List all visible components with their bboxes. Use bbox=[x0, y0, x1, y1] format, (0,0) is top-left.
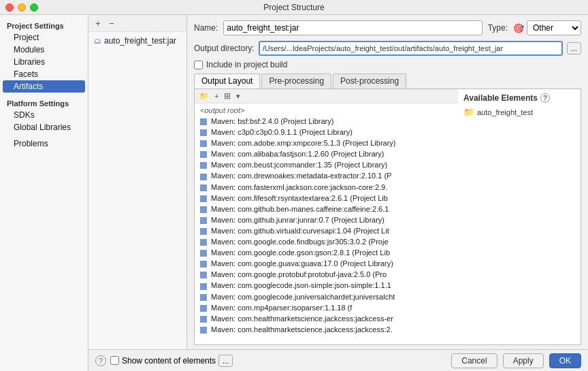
output-dir-row: Output directory: ... bbox=[194, 41, 581, 56]
bottom-buttons: Cancel Apply OK bbox=[451, 353, 581, 368]
tree-row[interactable]: Maven: com.drewnoakes:metadata-extractor… bbox=[195, 170, 458, 181]
close-button[interactable] bbox=[5, 3, 14, 12]
tree-item-label: Maven: com.googlecode.juniversalchardet:… bbox=[211, 293, 395, 301]
sidebar: Project Settings Project Modules Librari… bbox=[0, 15, 88, 371]
tree-item-label: Maven: com.beust:jcommander:1.35 (Projec… bbox=[211, 161, 387, 169]
bar-icon bbox=[200, 140, 207, 147]
title-bar: Project Structure bbox=[0, 0, 588, 15]
include-project-checkbox[interactable] bbox=[194, 61, 203, 69]
tree-row[interactable]: Maven: com.google.code.findbugs:jsr305:3… bbox=[195, 236, 458, 247]
sidebar-item-libraries[interactable]: Libraries bbox=[0, 56, 88, 68]
detail-panel: Name: Type: 🎯 Other Output directory: ..… bbox=[187, 15, 588, 349]
bar-icon bbox=[200, 272, 207, 278]
show-content-more-button[interactable]: ... bbox=[218, 355, 233, 367]
tree-row[interactable]: Maven: com.healthmarketscience.jackcess:… bbox=[195, 313, 458, 324]
artifact-name: auto_freight_test:jar bbox=[104, 36, 176, 46]
arrange-tree-btn[interactable]: ▾ bbox=[234, 91, 242, 101]
folder-icon: 📁 bbox=[463, 107, 474, 117]
tree-row[interactable]: Maven: com.github.ben-manes.caffeine:caf… bbox=[195, 204, 458, 214]
tree-row[interactable]: Maven: com.beust:jcommander:1.35 (Projec… bbox=[195, 159, 458, 170]
available-help-icon[interactable]: ? bbox=[540, 93, 550, 103]
available-item-label: auto_freight_test bbox=[477, 108, 533, 116]
tree-row[interactable]: Maven: com.mp4parser:isoparser:1.1.18 (f bbox=[195, 302, 458, 313]
minimize-button[interactable] bbox=[18, 3, 26, 12]
artifact-toolbar: + − bbox=[88, 15, 186, 32]
output-dir-input[interactable] bbox=[259, 41, 563, 56]
ok-button[interactable]: OK bbox=[549, 353, 581, 368]
tree-item-label: Maven: com.adobe.xmp:xmpcore:5.1.3 (Proj… bbox=[211, 139, 395, 147]
tree-row[interactable]: Maven: com.google.code.gson:gson:2.8.1 (… bbox=[195, 247, 458, 258]
type-select[interactable]: Other bbox=[527, 20, 581, 35]
tab-preprocessing[interactable]: Pre-processing bbox=[261, 74, 331, 88]
tab-output-layout[interactable]: Output Layout bbox=[194, 74, 260, 88]
artifact-panel: + − 🗂 auto_freight_test:jar bbox=[88, 15, 187, 349]
layout-tree-btn[interactable]: ⊞ bbox=[222, 91, 233, 101]
apply-button[interactable]: Apply bbox=[503, 353, 544, 368]
folder-tree-btn[interactable]: 📁 bbox=[197, 91, 211, 101]
tree-row[interactable]: Maven: com.fifesoft:rsyntaxtextarea:2.6.… bbox=[195, 193, 458, 204]
cancel-button[interactable]: Cancel bbox=[451, 353, 497, 368]
tab-postprocessing[interactable]: Post-processing bbox=[333, 74, 406, 88]
sidebar-item-problems[interactable]: Problems bbox=[0, 138, 88, 150]
bar-icon bbox=[200, 195, 207, 202]
tree-row[interactable]: Maven: com.github.virtuald:curvesapi:1.0… bbox=[195, 225, 458, 236]
tree-item-label: Maven: com.github.ben-manes.caffeine:caf… bbox=[211, 205, 389, 213]
bar-icon bbox=[200, 162, 207, 169]
tree-row[interactable]: Maven: c3p0:c3p0:0.9.1.1 (Project Librar… bbox=[195, 127, 458, 138]
output-dir-label: Output directory: bbox=[194, 44, 255, 53]
tree-item-label: Maven: com.healthmarketscience.jackcess:… bbox=[211, 325, 393, 334]
tree-row[interactable]: Maven: com.googlecode.json-simple:json-s… bbox=[195, 280, 458, 291]
show-content-checkbox[interactable] bbox=[110, 356, 119, 365]
sidebar-item-facets[interactable]: Facets bbox=[0, 68, 88, 80]
bar-icon bbox=[200, 118, 207, 125]
tree-row[interactable]: Maven: com.google.guava:guava:17.0 (Proj… bbox=[195, 258, 458, 269]
tree-row[interactable]: Maven: bsf:bsf:2.4.0 (Project Library) bbox=[195, 116, 458, 127]
sidebar-item-project[interactable]: Project bbox=[0, 31, 88, 44]
sidebar-item-artifacts[interactable]: Artifacts bbox=[3, 80, 85, 93]
tree-row[interactable]: Maven: com.googlecode.juniversalchardet:… bbox=[195, 291, 458, 302]
tree-item-label: Maven: bsf:bsf:2.4.0 (Project Library) bbox=[211, 117, 333, 125]
content-inner: + − 🗂 auto_freight_test:jar Name: Type: bbox=[88, 15, 588, 349]
tree-row[interactable]: Maven: com.github.junrar:junrar:0.7 (Pro… bbox=[195, 214, 458, 225]
available-header: Available Elements ? bbox=[458, 92, 581, 106]
tree-item-label: Maven: com.fasterxml.jackson.core:jackso… bbox=[211, 183, 387, 191]
tree-item-label: Maven: com.drewnoakes:metadata-extractor… bbox=[211, 172, 391, 180]
name-label: Name: bbox=[194, 23, 218, 33]
content-area: + − 🗂 auto_freight_test:jar Name: Type: bbox=[88, 15, 588, 371]
browse-button[interactable]: ... bbox=[567, 42, 581, 54]
tree-row[interactable]: Maven: com.healthmarketscience.jackcess:… bbox=[195, 324, 458, 335]
platform-settings-title: Platform Settings bbox=[0, 97, 88, 109]
tree-row[interactable]: Maven: com.adobe.xmp:xmpcore:5.1.3 (Proj… bbox=[195, 138, 458, 148]
name-input[interactable] bbox=[223, 20, 482, 35]
show-content-row: Show content of elements ... bbox=[110, 355, 233, 367]
artifact-item[interactable]: 🗂 auto_freight_test:jar bbox=[88, 35, 186, 47]
main-container: Project Settings Project Modules Librari… bbox=[0, 15, 588, 371]
artifact-type-icon: 🗂 bbox=[94, 37, 101, 45]
tree-item-label: Maven: com.github.virtuald:curvesapi:1.0… bbox=[211, 227, 389, 235]
available-item[interactable]: 📁 auto_freight_test bbox=[458, 106, 581, 118]
available-elements-title: Available Elements bbox=[463, 93, 538, 103]
sidebar-item-global-libraries[interactable]: Global Libraries bbox=[0, 121, 88, 133]
add-tree-btn[interactable]: + bbox=[212, 91, 220, 101]
bar-icon bbox=[200, 151, 207, 158]
output-tree-wrapper: 📁 + ⊞ ▾ <output root> Maven: bsf:bsf:2.4… bbox=[195, 89, 458, 344]
output-root-item[interactable]: <output root> bbox=[195, 105, 458, 116]
show-content-label: Show content of elements bbox=[122, 356, 216, 366]
maximize-button[interactable] bbox=[30, 3, 38, 12]
bar-icon bbox=[200, 316, 207, 323]
tree-item-label: Maven: com.alibaba:fastjson:1.2.60 (Proj… bbox=[211, 150, 384, 158]
tree-row[interactable]: Maven: com.fasterxml.jackson.core:jackso… bbox=[195, 182, 458, 193]
bar-icon bbox=[200, 283, 207, 290]
tree-item-label: Maven: com.google.protobuf:protobuf-java… bbox=[211, 270, 387, 278]
help-question-icon[interactable]: ? bbox=[95, 355, 106, 366]
tree-row[interactable]: Maven: com.alibaba:fastjson:1.2.60 (Proj… bbox=[195, 148, 458, 159]
sidebar-item-modules[interactable]: Modules bbox=[0, 44, 88, 56]
add-artifact-button[interactable]: + bbox=[92, 17, 104, 29]
tree-row[interactable]: Maven: com.google.protobuf:protobuf-java… bbox=[195, 269, 458, 280]
remove-artifact-button[interactable]: − bbox=[105, 17, 118, 29]
tab-content: 📁 + ⊞ ▾ <output root> Maven: bsf:bsf:2.4… bbox=[194, 89, 581, 345]
checkbox-label: Include in project build bbox=[206, 60, 287, 69]
bar-icon bbox=[200, 294, 207, 301]
sidebar-item-sdks[interactable]: SDKs bbox=[0, 109, 88, 121]
type-icon: 🎯 bbox=[513, 23, 524, 33]
